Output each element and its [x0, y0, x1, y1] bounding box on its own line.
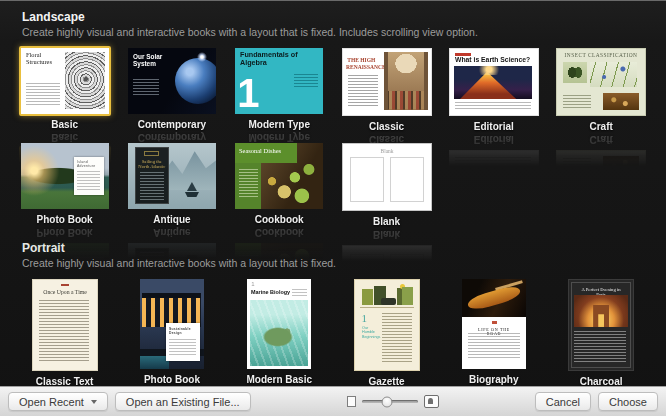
- template-editorial[interactable]: What is Earth Science? Editorial: [440, 46, 547, 132]
- cover-cookbook: Seasonal Dishes: [235, 143, 323, 209]
- renaissance-painting: [384, 52, 428, 110]
- body-text-lines: [133, 79, 159, 96]
- template-classic-text-reflection-group: Once Upon a Time Classic Text: [30, 277, 100, 387]
- template-charcoal[interactable]: A Perfect Evening in Paris Charcoal: [547, 277, 654, 387]
- template-cookbook-thumbnail[interactable]: Seasonal Dishes: [233, 141, 325, 211]
- landscape-section-description: Create highly visual and interactive boo…: [22, 26, 666, 38]
- template-label: Basic: [51, 119, 78, 130]
- cover-title: Floral Structures: [26, 52, 61, 66]
- template-blank-thumbnail[interactable]: Blank: [340, 141, 434, 213]
- flower-photo: [65, 52, 105, 109]
- portrait-section-description: Create highly visual and interactive boo…: [22, 257, 666, 269]
- cover-photo-book-portrait: Sustainable Design: [140, 279, 204, 369]
- body-text-lines: [574, 331, 626, 363]
- template-basic[interactable]: Floral Structures Basic: [11, 46, 118, 132]
- template-craft-reflection-group: Insect Classification Craft: [554, 46, 648, 132]
- template-contemporary-thumbnail[interactable]: Our Solar System: [126, 46, 218, 116]
- template-classic-thumbnail[interactable]: The High Renaissance: [340, 46, 434, 118]
- volcano-photo: [454, 66, 532, 99]
- template-modern-basic-thumbnail[interactable]: 1 Marine Biology: [245, 277, 313, 371]
- thumbnail-size-control: [347, 395, 439, 408]
- open-existing-file-button[interactable]: Open an Existing File...: [115, 392, 251, 411]
- template-biography-reflection-group: Life on the Road Biography: [460, 277, 528, 385]
- text-card: Island Adventure: [74, 157, 104, 195]
- template-basic-reflection-group: Floral Structures Basic: [19, 46, 111, 130]
- cover-classic-text: Once Upon a Time: [32, 279, 98, 371]
- template-classic[interactable]: The High Renaissance Classic: [333, 46, 440, 132]
- cover-modern-type: Fundamentals of Algebra 1: [235, 48, 323, 114]
- template-cookbook[interactable]: Seasonal Dishes Cookbook: [226, 141, 333, 227]
- template-editorial-thumbnail[interactable]: What is Earth Science?: [447, 46, 541, 118]
- town-illustration: [362, 289, 373, 305]
- open-recent-label: Open Recent: [19, 396, 84, 408]
- chapter-kicker-box: [144, 151, 159, 156]
- open-recent-button[interactable]: Open Recent: [8, 392, 108, 411]
- cover-craft: Insect Classification: [556, 48, 646, 116]
- body-text-lines: [382, 313, 412, 363]
- template-classic-text-thumbnail[interactable]: Once Upon a Time: [30, 277, 100, 373]
- template-photo-book-landscape[interactable]: Island Adventure Photo Book: [11, 141, 118, 227]
- template-antique[interactable]: Sailing the North Atlantic Antique: [118, 141, 225, 227]
- template-charcoal-reflection-group: A Perfect Evening in Paris Charcoal: [566, 277, 636, 387]
- text-card: Sustainable Design: [166, 323, 200, 361]
- cover-biography: Life on the Road: [462, 279, 526, 369]
- paris-sunset-photo: [574, 295, 628, 327]
- right-column-outline: [390, 157, 424, 202]
- template-photo-book-portrait-thumbnail[interactable]: Sustainable Design: [138, 277, 206, 371]
- template-blank[interactable]: Blank Blank: [333, 141, 440, 227]
- body-text-lines: [468, 333, 520, 359]
- template-label: Editorial: [474, 121, 514, 132]
- template-modern-type-reflection-group: Fundamentals of Algebra 1 Modern Type: [233, 46, 325, 130]
- body-text-lines: [140, 172, 164, 200]
- dropdown-chevron-icon: [91, 400, 97, 404]
- template-photo-book-landscape-reflection-group: Island Adventure Photo Book: [19, 141, 111, 225]
- template-chooser-dialog: Landscape Create highly visual and inter…: [0, 0, 666, 416]
- chapter-panel: Sailing the North Atlantic: [135, 147, 169, 204]
- thumbnail-size-slider[interactable]: [362, 400, 418, 403]
- landscape-row-2: Island Adventure Photo Book: [0, 141, 666, 227]
- template-antique-thumbnail[interactable]: Sailing the North Atlantic: [126, 141, 218, 211]
- template-charcoal-thumbnail[interactable]: A Perfect Evening in Paris: [566, 277, 636, 373]
- template-modern-basic[interactable]: 1 Marine Biology Modern Basic: [226, 277, 333, 387]
- butterfly-illustration: [563, 62, 587, 83]
- landscape-section-title: Landscape: [22, 10, 666, 24]
- ship-etching: [183, 182, 201, 197]
- choose-button[interactable]: Choose: [598, 392, 658, 411]
- template-craft[interactable]: Insect Classification Craft: [547, 46, 654, 132]
- template-gazette[interactable]: 1 Our Humble Beginnings Gazette: [333, 277, 440, 387]
- template-label: Antique: [153, 214, 190, 225]
- template-label: Modern Basic: [246, 374, 312, 385]
- template-biography-thumbnail[interactable]: Life on the Road: [460, 277, 528, 371]
- cancel-button[interactable]: Cancel: [535, 392, 591, 411]
- template-photo-book-landscape-thumbnail[interactable]: Island Adventure: [19, 141, 111, 211]
- slider-knob[interactable]: [381, 396, 392, 407]
- template-label: Contemporary: [138, 119, 206, 130]
- cover-basic: Floral Structures: [21, 48, 109, 114]
- template-editorial-reflection-group: What is Earth Science? Editorial: [447, 46, 541, 132]
- cover-title: Once Upon a Time: [38, 290, 90, 296]
- template-biography[interactable]: Life on the Road Biography: [440, 277, 547, 387]
- large-thumbnail-icon: [424, 395, 439, 408]
- template-gazette-thumbnail[interactable]: 1 Our Humble Beginnings: [352, 277, 422, 373]
- template-classic-text[interactable]: Once Upon a Time Classic Text: [11, 277, 118, 387]
- template-photo-book-portrait[interactable]: Sustainable Design Photo Book: [118, 277, 225, 387]
- portrait-row: Once Upon a Time Classic Text: [0, 277, 666, 387]
- body-text-lines: [348, 75, 378, 106]
- cover-title: Insect Classification: [562, 52, 641, 57]
- template-modern-basic-reflection-group: 1 Marine Biology Modern Basic: [245, 277, 313, 385]
- red-ornament: [492, 321, 497, 324]
- divider-rule: [360, 307, 414, 308]
- cover-title: What is Earth Science?: [455, 57, 532, 64]
- template-basic-thumbnail[interactable]: Floral Structures: [19, 46, 111, 116]
- template-contemporary-reflection-group: Our Solar System Contemporary: [126, 46, 218, 130]
- template-contemporary[interactable]: Our Solar System Contemporary: [118, 46, 225, 132]
- cover-editorial: What is Earth Science?: [449, 48, 539, 116]
- cover-number: 1: [362, 313, 368, 324]
- template-modern-type[interactable]: Fundamentals of Algebra 1 Modern Type: [226, 46, 333, 132]
- cover-blank: Blank: [342, 143, 432, 211]
- template-label: Craft: [589, 121, 612, 132]
- landscape-row-1: Floral Structures Basic Our Solar Sy: [0, 46, 666, 132]
- cover-number: 1: [251, 281, 254, 287]
- template-craft-thumbnail[interactable]: Insect Classification: [554, 46, 648, 118]
- template-modern-type-thumbnail[interactable]: Fundamentals of Algebra 1: [233, 46, 325, 116]
